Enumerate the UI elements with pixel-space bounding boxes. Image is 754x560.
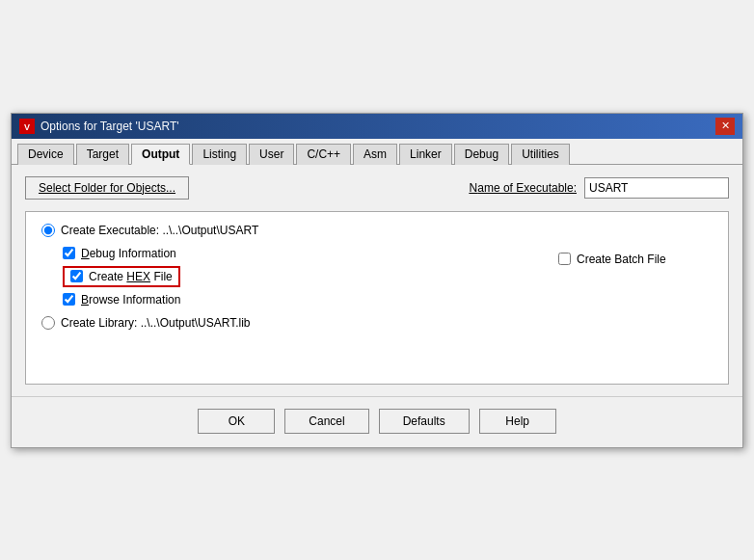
tab-device[interactable]: Device [17, 144, 74, 165]
debug-info-checkbox[interactable] [63, 247, 75, 259]
tab-debug[interactable]: Debug [454, 144, 509, 165]
bottom-buttons: OK Cancel Defaults Help [12, 396, 742, 447]
group-content: Create Executable: ..\..\Output\USART De… [41, 224, 713, 330]
executable-checkboxes: Debug Information Create HEX File [63, 247, 539, 307]
content-area: Select Folder for Objects... Name of Exe… [12, 165, 742, 396]
tab-output[interactable]: Output [131, 144, 190, 165]
tab-target[interactable]: Target [76, 144, 129, 165]
create-batch-label: Create Batch File [577, 253, 666, 266]
main-dialog: V Options for Target 'USART' ✕ Device Ta… [11, 113, 743, 448]
cancel-button[interactable]: Cancel [284, 409, 368, 434]
tabs-bar: Device Target Output Listing User C/C++ … [12, 139, 742, 165]
browse-info-checkbox[interactable] [63, 293, 75, 306]
tab-cpp[interactable]: C/C++ [296, 144, 351, 165]
tab-asm[interactable]: Asm [353, 144, 397, 165]
create-executable-row: Create Executable: ..\..\Output\USART [41, 224, 539, 237]
help-button[interactable]: Help [479, 409, 556, 434]
create-batch-row: Create Batch File [558, 253, 666, 266]
dialog-title: Options for Target 'USART' [40, 120, 179, 133]
browse-info-row: Browse Information [63, 293, 539, 307]
browse-info-label: Browse Information [81, 293, 180, 307]
select-folder-button[interactable]: Select Folder for Objects... [25, 176, 189, 200]
create-batch-checkbox[interactable] [558, 253, 571, 265]
output-group-box: Create Executable: ..\..\Output\USART De… [25, 211, 729, 385]
name-of-executable-label: Name of Executable: [470, 181, 577, 195]
debug-info-row: Debug Information [63, 247, 539, 260]
debug-info-label: Debug Information [81, 247, 176, 260]
left-section: Create Executable: ..\..\Output\USART De… [41, 224, 539, 330]
create-library-row: Create Library: ..\..\Output\USART.lib [41, 316, 539, 330]
right-section: Create Batch File [539, 224, 713, 330]
svg-text:V: V [24, 122, 30, 132]
tab-listing[interactable]: Listing [192, 144, 247, 165]
create-hex-row: Create HEX File [63, 266, 539, 287]
create-hex-label: Create HEX File [89, 270, 173, 283]
hex-highlight-box: Create HEX File [63, 266, 180, 287]
tab-linker[interactable]: Linker [399, 144, 452, 165]
tab-user[interactable]: User [249, 144, 294, 165]
create-executable-label: Create Executable: ..\..\Output\USART [61, 224, 258, 237]
create-library-radio[interactable] [41, 316, 55, 330]
create-library-label: Create Library: ..\..\Output\USART.lib [61, 316, 251, 330]
executable-name-input[interactable] [584, 177, 729, 199]
tab-utilities[interactable]: Utilities [511, 144, 570, 165]
title-bar-left: V Options for Target 'USART' [19, 119, 179, 134]
app-icon: V [19, 119, 35, 134]
create-executable-radio[interactable] [41, 224, 55, 237]
ok-button[interactable]: OK [198, 409, 275, 434]
close-button[interactable]: ✕ [715, 118, 735, 135]
title-bar: V Options for Target 'USART' ✕ [12, 114, 742, 139]
create-hex-checkbox[interactable] [70, 270, 83, 282]
defaults-button[interactable]: Defaults [379, 409, 470, 434]
